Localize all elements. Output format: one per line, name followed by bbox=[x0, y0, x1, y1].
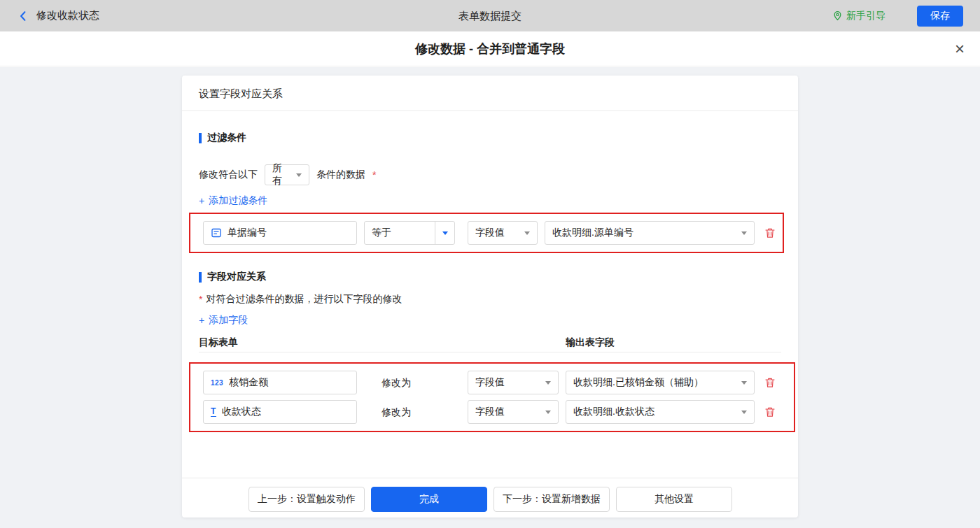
mapping-value-type-select[interactable]: 字段值 bbox=[468, 371, 559, 394]
filter-field-input[interactable]: 单据编号 bbox=[203, 221, 357, 245]
required-mark: * bbox=[372, 169, 376, 180]
divider bbox=[182, 110, 798, 111]
mapping-description: 对符合过滤条件的数据，进行以下字段的修改 bbox=[206, 293, 402, 306]
dialog-titlebar: 修改数据 - 合并到普通字段 × bbox=[0, 31, 980, 66]
mapping-section-label: 字段对应关系 bbox=[207, 271, 266, 283]
trash-icon bbox=[764, 377, 776, 388]
match-mode-value: 所有 bbox=[272, 162, 290, 187]
modify-to-label: 修改为 bbox=[382, 371, 411, 394]
add-filter-condition-link[interactable]: + 添加过滤条件 bbox=[199, 194, 267, 207]
prev-step-button[interactable]: 上一步：设置触发动作 bbox=[248, 487, 365, 512]
mapping-value: 收款明细.已核销金额（辅助） bbox=[573, 376, 704, 389]
trash-icon bbox=[764, 406, 776, 418]
plus-icon: + bbox=[199, 195, 204, 206]
mapping-value: 收款明细.收款状态 bbox=[573, 406, 654, 418]
delete-mapping-row-button[interactable] bbox=[762, 371, 778, 394]
chevron-down-icon bbox=[296, 173, 302, 177]
match-suffix: 条件的数据 bbox=[316, 169, 365, 181]
mapping-field-input[interactable]: T 收款状态 bbox=[203, 400, 357, 424]
guide-label: 新手引导 bbox=[846, 10, 886, 22]
divider bbox=[182, 478, 798, 478]
save-button[interactable]: 保存 bbox=[917, 6, 963, 27]
delete-filter-button[interactable] bbox=[762, 221, 778, 245]
page: 修改收款状态 表单数据提交 新手引导 保存 修改数据 - 合并到普通字段 × 设… bbox=[0, 0, 980, 528]
chevron-down-icon bbox=[545, 411, 551, 414]
add-filter-label: 添加过滤条件 bbox=[209, 194, 267, 207]
section-marker bbox=[199, 272, 202, 283]
next-step-button[interactable]: 下一步：设置新增数据 bbox=[493, 487, 610, 512]
mapping-value-select[interactable]: 收款明细.收款状态 bbox=[566, 400, 755, 424]
dialog-content: 设置字段对应关系 过滤条件 修改符合以下 所有 条件的数据 * + 添加过滤条件 bbox=[0, 67, 980, 528]
filter-value-type: 字段值 bbox=[475, 227, 505, 239]
match-prefix: 修改符合以下 bbox=[199, 169, 258, 181]
chevron-down-icon bbox=[545, 381, 551, 385]
operator-caret-box bbox=[435, 222, 454, 244]
other-settings-button[interactable]: 其他设置 bbox=[616, 487, 732, 512]
done-button[interactable]: 完成 bbox=[371, 487, 487, 512]
section-marker bbox=[199, 133, 202, 143]
filter-field-value: 单据编号 bbox=[227, 227, 267, 239]
mapping-field-value: 收款状态 bbox=[222, 406, 261, 418]
add-field-link[interactable]: + 添加字段 bbox=[199, 314, 248, 327]
add-field-label: 添加字段 bbox=[209, 314, 248, 327]
mapping-field-value: 核销金额 bbox=[229, 376, 268, 389]
card-header: 设置字段对应关系 bbox=[199, 87, 283, 101]
chevron-down-icon bbox=[524, 231, 530, 235]
lookup-field-icon bbox=[211, 227, 222, 238]
filter-condition-line: 修改符合以下 所有 条件的数据 * bbox=[199, 164, 376, 186]
column-header-target: 目标表单 bbox=[199, 336, 238, 349]
close-icon[interactable]: × bbox=[955, 41, 965, 57]
dialog-title: 修改数据 - 合并到普通字段 bbox=[415, 41, 565, 57]
topbar-back-label[interactable]: 修改收款状态 bbox=[36, 9, 99, 22]
filter-value: 收款明细.源单编号 bbox=[552, 227, 634, 239]
chevron-left-icon bbox=[17, 10, 29, 22]
trash-icon bbox=[764, 227, 776, 238]
number-field-icon: 123 bbox=[211, 379, 223, 387]
filter-section-label: 过滤条件 bbox=[207, 131, 246, 144]
mapping-value-type-select[interactable]: 字段值 bbox=[468, 400, 559, 424]
topbar: 修改收款状态 表单数据提交 新手引导 保存 bbox=[0, 0, 980, 31]
filter-value-type-select[interactable]: 字段值 bbox=[468, 221, 538, 245]
operator-value: 等于 bbox=[365, 227, 435, 239]
operator-select[interactable]: 等于 bbox=[364, 221, 455, 245]
mapping-value-type: 字段值 bbox=[475, 376, 505, 389]
divider bbox=[199, 352, 781, 352]
mapping-field-input[interactable]: 123 核销金额 bbox=[203, 371, 357, 394]
mapping-section-title: 字段对应关系 bbox=[199, 271, 266, 283]
delete-mapping-row-button[interactable] bbox=[762, 400, 778, 424]
column-header-output: 输出表字段 bbox=[566, 336, 615, 349]
filter-section-title: 过滤条件 bbox=[199, 131, 246, 144]
required-mark: * bbox=[199, 294, 202, 305]
back-button[interactable] bbox=[17, 10, 29, 22]
plus-icon: + bbox=[199, 315, 204, 326]
guide-link[interactable]: 新手引导 bbox=[832, 10, 886, 22]
location-pin-icon bbox=[832, 10, 843, 21]
mapping-value-select[interactable]: 收款明细.已核销金额（辅助） bbox=[566, 371, 755, 394]
chevron-down-icon bbox=[442, 231, 448, 235]
settings-card: 设置字段对应关系 过滤条件 修改符合以下 所有 条件的数据 * + 添加过滤条件 bbox=[182, 76, 798, 518]
mapping-value-type: 字段值 bbox=[475, 406, 505, 418]
text-field-icon: T bbox=[211, 407, 216, 417]
match-mode-select[interactable]: 所有 bbox=[265, 164, 309, 185]
chevron-down-icon bbox=[741, 411, 747, 414]
modify-to-label: 修改为 bbox=[382, 400, 411, 424]
chevron-down-icon bbox=[741, 231, 747, 235]
mapping-description-line: * 对符合过滤条件的数据，进行以下字段的修改 bbox=[199, 293, 402, 306]
chevron-down-icon bbox=[741, 381, 747, 385]
filter-value-select[interactable]: 收款明细.源单编号 bbox=[545, 221, 755, 245]
